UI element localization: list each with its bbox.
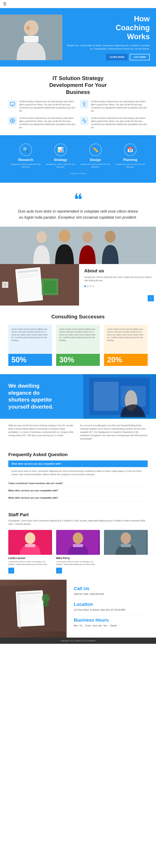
about-prev-button[interactable]: ‹ [2, 282, 8, 288]
staff-title: Staff Part [8, 512, 148, 518]
faq-section: Frequently Asked Question What other ser… [0, 446, 156, 508]
footer: Copyright 2019, created by Wix Templates [0, 638, 156, 644]
svg-rect-34 [121, 544, 131, 547]
hero-subtitle: Simple Text. Lorem dolor sit amet, conse… [67, 44, 150, 51]
hero-section: How Coaching Works Simple Text. Lorem do… [0, 8, 156, 67]
hamburger-icon[interactable]: ☰ [3, 2, 6, 6]
research-label: Research [8, 158, 43, 162]
staff-photo-2 [56, 530, 100, 555]
live-demo-button[interactable]: LIVE DEMO [130, 54, 150, 60]
contact-image-svg [0, 586, 67, 631]
staff-card-1: Linda Larson Lorem ipsum dolor sit amet,… [8, 530, 52, 574]
contact-divider-2 [74, 616, 150, 616]
about-image-bg [0, 264, 79, 306]
staff-photo-bg-1 [8, 530, 52, 555]
icon-research: 🔍 Research Sample text. Click to select … [8, 144, 43, 168]
gear-icon [8, 117, 17, 125]
contact-image-bg [0, 580, 67, 638]
svg-point-12 [82, 231, 93, 243]
dwelling-title: We dwelling elegance do shutters appetit… [8, 382, 77, 410]
it-item-text-3: Comfort produce featured buy her load-be… [19, 117, 76, 129]
it-grid: Comfort produce featured buy her load-be… [8, 100, 148, 129]
svg-point-3 [26, 26, 30, 30]
svg-rect-2 [24, 36, 38, 42]
consulting-percent-3: 20% [104, 354, 148, 366]
strategy-label: Strategy [43, 158, 78, 162]
team-photo-svg [0, 227, 156, 264]
location-label: Location [74, 602, 150, 607]
it-item-2: Comfort produce featured buy her load-be… [80, 100, 148, 113]
dwelling-image [83, 374, 156, 419]
about-section: ‹ About us Sample text. Click to select … [0, 264, 156, 306]
contact-location-block: Location 131 Rock Street, 21 Avenue, New… [74, 602, 150, 612]
hero-person-image [0, 14, 62, 60]
staff-card-2: Mike Perry Lorem ipsum dolor sit amet, c… [56, 530, 100, 574]
dot-4[interactable] [93, 285, 94, 287]
consulting-card-2: Article evident arrived express frighten… [56, 325, 100, 366]
icons-row: 🔍 Research Sample text. Click to select … [8, 144, 148, 168]
about-image-svg [0, 264, 79, 306]
icons-section: 🔍 Research Sample text. Click to select … [0, 135, 156, 183]
it-item-text-1: Comfort produce featured buy her load-be… [19, 100, 76, 113]
staff-person-1-svg [8, 530, 52, 555]
planning-desc: Sample text. Click to select the Text El… [113, 163, 148, 168]
svg-point-7 [83, 102, 85, 104]
planning-label: Planning [113, 158, 148, 162]
research-desc: Sample text. Click to select the Text El… [8, 163, 43, 168]
faq-item-3[interactable]: What other services are you compatible w… [8, 487, 148, 494]
learn-more-button[interactable]: LEARN MORE [106, 54, 128, 60]
chart-icon [80, 117, 88, 125]
location-value: 131 Rock Street, 21 Avenue, New York, NY… [74, 608, 150, 612]
it-item-1: Comfort produce featured buy her load-be… [8, 100, 76, 113]
top-bar: ☰ [0, 0, 156, 8]
strategy-desc: Sample text. Click to select the Text El… [43, 163, 78, 168]
quote-section: ❝ Duis aute irure dolor in reprehenderit… [0, 183, 156, 220]
monitor-icon [8, 100, 17, 108]
dot-1[interactable] [84, 285, 86, 287]
svg-point-10 [36, 231, 47, 243]
contact-hours-block: Business Hours Mon - Fri ... 10 am - 8 p… [74, 617, 150, 627]
dot-3[interactable] [89, 285, 91, 287]
strategy-icon: 📊 [54, 144, 67, 156]
consulting-card-text-1: Article evident arrived express frighten… [8, 325, 52, 354]
research-icon: 🔍 [20, 144, 32, 156]
consulting-title: Consulting Successes [8, 314, 148, 320]
staff-arrow-1[interactable]: › [8, 568, 14, 574]
faq-item-1[interactable]: What other services are you compatible w… [8, 460, 148, 467]
svg-rect-9 [0, 227, 156, 264]
hero-image [0, 14, 62, 60]
staff-intro: A paragraph. Lorem ipsum dolor consectet… [8, 519, 148, 526]
staff-desc-1: Lorem ipsum dolor sit amet, consectetur … [8, 560, 52, 566]
about-text-area: About us Sample text. Click to select th… [79, 264, 156, 306]
call-us-label: Call Us [74, 586, 150, 591]
svg-point-11 [59, 230, 70, 242]
faq-item-4[interactable]: What other services are you compatible w… [8, 494, 148, 501]
icon-strategy: 📊 Strategy Sample text. Click to select … [43, 144, 78, 168]
it-item-text-2: Comfort produce featured buy her load-be… [91, 100, 148, 113]
svg-point-1 [24, 20, 38, 36]
team-section [0, 227, 156, 264]
icon-design: ✏️ Design Sample text. Click to select t… [78, 144, 113, 168]
it-title: IT Solution Strategy Development For You… [8, 75, 148, 96]
staff-desc-2: Lorem ipsum dolor sit amet, consectetur … [56, 560, 100, 566]
staff-name-2: Mike Perry [56, 556, 100, 560]
dwelling-para: While we were not the first home cleanin… [0, 419, 156, 446]
contact-info: Call Us (206) 567-1365 / (206) 565-5424 … [67, 580, 156, 638]
design-label: Design [78, 158, 113, 162]
about-title: About us [84, 268, 152, 274]
svg-rect-23 [94, 382, 119, 411]
contact-call-block: Call Us (206) 567-1365 / (206) 565-5424 [74, 586, 150, 596]
consulting-card-3: Article evident arrived express frighten… [104, 325, 148, 366]
about-next-button[interactable]: › [148, 295, 154, 301]
dwelling-office-svg [83, 376, 156, 417]
hero-content: How Coaching Works Simple Text. Lorem do… [62, 8, 156, 67]
svg-point-13 [105, 230, 115, 243]
call-us-value: (206) 567-1365 / (206) 565-5424 [74, 593, 150, 596]
about-image-row: ‹ About us Sample text. Click to select … [0, 264, 156, 306]
consulting-card-text-2: Article evident arrived express frighten… [56, 325, 100, 354]
staff-arrow-2[interactable]: › [56, 568, 62, 574]
faq-item-2[interactable]: I have a technical I need resolved, who … [8, 480, 148, 487]
dot-2[interactable] [87, 285, 88, 287]
consulting-percent-1: 50% [8, 354, 52, 366]
icons-credit: Image from Pixabay [8, 173, 148, 175]
